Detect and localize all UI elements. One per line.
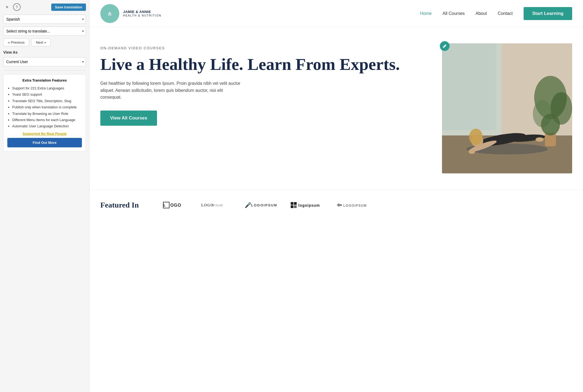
svg-text:IPSUM: IPSUM (212, 204, 223, 207)
svg-rect-4 (442, 43, 496, 130)
logo-svg: & (103, 7, 117, 20)
next-button[interactable]: Next » (31, 38, 51, 46)
svg-text:logoipsum: logoipsum (298, 203, 320, 208)
nav-buttons: « Previous Next » (3, 38, 86, 46)
featured-section: Featured In OGO L LOGO IPSUM 🎤 (89, 190, 583, 220)
extra-features-box: Extra Translation Features Support for 2… (3, 74, 86, 151)
logo-item-1: OGO L (163, 201, 187, 209)
panel-top-bar: × ? Save translation (3, 3, 86, 11)
logo-svg-5: LOGOIPSUM (336, 201, 369, 209)
divider (3, 70, 86, 70)
svg-rect-28 (291, 205, 293, 208)
logo-item-4: logoipsum (290, 201, 323, 209)
svg-text:OGO: OGO (170, 203, 181, 208)
view-as-label: View As (3, 50, 86, 54)
nav-links: Home All Courses About Contact Start Lea… (420, 7, 572, 20)
language-select-wrapper: Spanish French German ▾ (3, 15, 86, 24)
hero-content: ON-DEMAND VIDEO COURSES Live a Healthy L… (100, 43, 431, 173)
logo-item-3: 🎤 LOGOIPSUM (244, 201, 277, 209)
hero-image-area (442, 43, 572, 173)
hero-title: Live a Healthy Life. Learn From Experts. (100, 55, 431, 73)
logo-item-2: LOGO IPSUM (201, 201, 230, 209)
extra-features-list: Support for 221 Extra Languages Yoast SE… (7, 85, 82, 129)
language-select[interactable]: Spanish French German (3, 15, 86, 24)
logo-text-block: JAMIE & ANNIE HEALTH & NUTRITION (123, 10, 161, 17)
hero-tag: ON-DEMAND VIDEO COURSES (100, 46, 431, 50)
svg-rect-26 (291, 202, 293, 205)
translation-panel: × ? Save translation Spanish French Germ… (0, 0, 89, 392)
logo-circle: & (100, 4, 119, 23)
navbar: & JAMIE & ANNIE HEALTH & NUTRITION Home … (89, 0, 583, 27)
feature-item: Automatic User Language Detection (12, 123, 82, 129)
feature-item: Different Menu Items for each Language (12, 117, 82, 123)
logo-svg-1: OGO L (163, 201, 187, 209)
supported-by-text: Supported By Real People (7, 132, 82, 136)
svg-point-11 (541, 114, 560, 135)
svg-text:🎤: 🎤 (245, 202, 252, 208)
feature-item: Publish only when translation is complet… (12, 104, 82, 110)
svg-rect-27 (294, 202, 297, 205)
start-learning-button[interactable]: Start Learning (524, 7, 572, 20)
logo-subname: HEALTH & NUTRITION (123, 14, 161, 17)
find-out-more-button[interactable]: Find Out More (7, 138, 82, 147)
svg-point-18 (536, 137, 544, 142)
featured-label: Featured In (100, 201, 149, 209)
logo-svg-4: logoipsum (290, 201, 323, 209)
svg-rect-29 (294, 205, 297, 208)
logo-svg-3: 🎤 LOGOIPSUM (244, 201, 277, 209)
svg-point-17 (469, 150, 475, 154)
string-select[interactable]: Select string to translate... (3, 27, 86, 36)
edit-icon[interactable] (440, 41, 450, 51)
svg-text:LOGOIPSUM: LOGOIPSUM (343, 204, 367, 208)
hero-description: Get healthier by following lorem Ipsum. … (100, 80, 241, 101)
nav-link-all-courses[interactable]: All Courses (443, 11, 465, 16)
svg-text:L: L (164, 203, 166, 207)
nav-link-contact[interactable]: Contact (498, 11, 513, 16)
nav-link-about[interactable]: About (476, 11, 487, 16)
logo-area: & JAMIE & ANNIE HEALTH & NUTRITION (100, 4, 161, 23)
view-as-select-wrapper: Current User Guest Admin ▾ (3, 57, 86, 66)
nav-link-home[interactable]: Home (420, 11, 432, 16)
view-all-courses-button[interactable]: View All Courses (100, 111, 157, 126)
logo-item-5: LOGOIPSUM (336, 201, 369, 209)
feature-item: Yoast SEO support (12, 91, 82, 98)
svg-point-16 (469, 129, 483, 145)
previous-button[interactable]: « Previous (3, 38, 29, 46)
hero-section: ON-DEMAND VIDEO COURSES Live a Healthy L… (89, 27, 583, 190)
svg-text:LOGOIPSUM: LOGOIPSUM (251, 203, 277, 207)
feature-item: Translate by Browsing as User Role (12, 111, 82, 117)
close-button[interactable]: × (3, 3, 11, 11)
extra-features-title: Extra Translation Features (7, 78, 82, 82)
feature-item: Support for 221 Extra Languages (12, 85, 82, 91)
hero-image (442, 43, 572, 173)
feature-item: Translate SEO Title, Description, Slug (12, 98, 82, 104)
save-translation-button[interactable]: Save translation (51, 4, 86, 11)
view-as-select[interactable]: Current User Guest Admin (3, 57, 86, 66)
hero-image-svg (442, 43, 572, 173)
logos-row: OGO L LOGO IPSUM 🎤 LOGOIPSUM (163, 201, 369, 209)
main-content: & JAMIE & ANNIE HEALTH & NUTRITION Home … (89, 0, 583, 392)
logo-name: JAMIE & ANNIE (123, 10, 161, 14)
logo-svg-2: LOGO IPSUM (201, 201, 230, 209)
help-button[interactable]: ? (13, 3, 21, 11)
svg-text:&: & (108, 11, 112, 17)
string-select-wrapper: Select string to translate... ▾ (3, 27, 86, 36)
